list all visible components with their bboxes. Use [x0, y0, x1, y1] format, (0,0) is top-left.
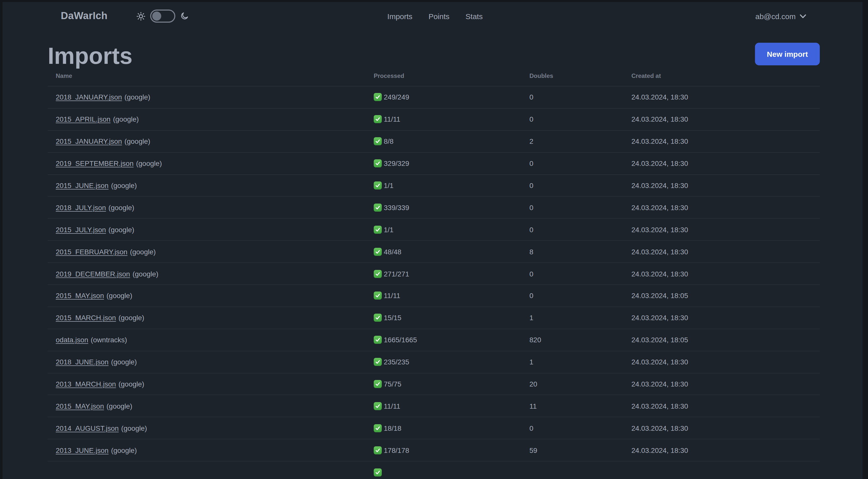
doubles-count: 0: [529, 181, 631, 189]
import-file-link[interactable]: 2018_JANUARY.json: [56, 93, 122, 101]
import-source: (google): [130, 247, 156, 256]
doubles-count: 0: [529, 270, 631, 278]
check-icon: [374, 181, 382, 189]
doubles-count: 0: [529, 424, 631, 432]
created-at: 24.03.2024, 18:30: [631, 137, 812, 145]
table-row: 2018_JUNE.json(google) 235/235 1 24.03.2: [48, 351, 820, 373]
table-row: 2014_AUGUST.json(google) 18/18 0 24.03.2: [48, 417, 820, 439]
table-row: 2013_JUNE.json(google) 178/178 59 24.03.: [48, 439, 820, 461]
nav-link[interactable]: Points: [421, 12, 457, 20]
app-logo[interactable]: DaWarIch: [61, 10, 107, 22]
import-source: (google): [108, 226, 134, 234]
import-source: (google): [119, 314, 145, 322]
processed-count: 75/75: [384, 380, 401, 388]
import-source: (google): [119, 380, 145, 388]
created-at: 24.03.2024, 18:30: [631, 226, 812, 234]
name-cell: 2013_MARCH.json(google): [56, 380, 374, 388]
check-icon: [374, 247, 382, 256]
processed-cell: 8/8: [374, 137, 529, 145]
processed-cell: [374, 468, 529, 476]
table-row: odata.json(owntracks) 1665/1665 820 24.0: [48, 329, 820, 351]
navbar: DaWarIch Imports Points: [2, 2, 863, 30]
doubles-count: 0: [529, 159, 631, 168]
processed-count: 178/178: [384, 446, 409, 454]
import-file-link[interactable]: 2014_AUGUST.json: [56, 424, 119, 432]
created-at: 24.03.2024, 18:30: [631, 93, 812, 101]
processed-count: 1/1: [384, 181, 394, 189]
column-header-created-at: Created at: [631, 72, 812, 80]
table-row: [48, 461, 820, 479]
name-cell: 2013_JUNE.json(google): [56, 446, 374, 454]
app-window: DaWarIch Imports Points: [2, 2, 863, 479]
column-header-name: Name: [56, 72, 374, 80]
import-source: (google): [111, 358, 137, 366]
screen: DaWarIch Imports Points: [0, 0, 868, 479]
theme-toggle[interactable]: [150, 9, 175, 23]
imports-table: 2018_JANUARY.json(google) 249/249 0 24.0: [48, 86, 820, 479]
import-file-link[interactable]: 2015_FEBRUARY.json: [56, 247, 127, 256]
name-cell: 2019_SEPTEMBER.json(google): [56, 159, 374, 168]
import-file-link[interactable]: 2015_MARCH.json: [56, 314, 116, 322]
import-source: (google): [111, 446, 137, 454]
table-row: 2019_SEPTEMBER.json(google) 329/329 0 24: [48, 152, 820, 174]
processed-cell: 11/11: [374, 292, 529, 300]
name-cell: 2015_FEBRUARY.json(google): [56, 247, 374, 256]
processed-cell: 339/339: [374, 204, 529, 212]
table-row: 2015_MAY.json(google) 11/11 11 24.03.202: [48, 395, 820, 417]
created-at: 24.03.2024, 18:30: [631, 358, 812, 366]
nav-link[interactable]: Stats: [458, 12, 491, 20]
import-file-link[interactable]: 2013_MARCH.json: [56, 380, 116, 388]
name-cell: [56, 468, 374, 476]
processed-count: 15/15: [384, 314, 401, 322]
check-icon: [374, 424, 382, 432]
import-file-link[interactable]: 2018_JUNE.json: [56, 358, 108, 366]
import-file-link[interactable]: 2015_JUNE.json: [56, 181, 108, 189]
import-file-link[interactable]: 2019_SEPTEMBER.json: [56, 159, 134, 168]
user-menu[interactable]: ab@cd.com: [755, 2, 806, 30]
created-at: 24.03.2024, 18:30: [631, 314, 812, 322]
processed-count: 8/8: [384, 137, 394, 145]
import-file-link[interactable]: 2019_DECEMBER.json: [56, 270, 130, 278]
table-row: 2018_JULY.json(google) 339/339 0 24.03.2: [48, 196, 820, 218]
check-icon: [374, 358, 382, 366]
table-row: 2019_DECEMBER.json(google) 271/271 0 24.: [48, 262, 820, 285]
doubles-count: 59: [529, 446, 631, 454]
import-file-link[interactable]: 2015_APRIL.json: [56, 115, 111, 123]
user-email: ab@cd.com: [755, 12, 796, 20]
processed-cell: 15/15: [374, 314, 529, 322]
import-file-link[interactable]: 2013_JUNE.json: [56, 446, 108, 454]
import-file-link[interactable]: 2015_MAY.json: [56, 292, 104, 300]
import-file-link[interactable]: odata.json: [56, 336, 88, 344]
processed-count: 249/249: [384, 93, 409, 101]
name-cell: odata.json(owntracks): [56, 336, 374, 344]
processed-cell: 1/1: [374, 181, 529, 189]
check-icon: [374, 137, 382, 145]
import-file-link[interactable]: 2015_JANUARY.json: [56, 137, 122, 145]
main-nav: Imports Points Stats: [379, 2, 491, 30]
import-file-link[interactable]: 2018_JULY.json: [56, 204, 106, 212]
doubles-count: 1: [529, 314, 631, 322]
doubles-count: 0: [529, 204, 631, 212]
name-cell: 2018_JULY.json(google): [56, 204, 374, 212]
created-at: 24.03.2024, 18:30: [631, 424, 812, 432]
doubles-count: 820: [529, 336, 631, 344]
name-cell: 2015_APRIL.json(google): [56, 115, 374, 123]
created-at: 24.03.2024, 18:30: [631, 247, 812, 256]
created-at: 24.03.2024, 18:05: [631, 336, 812, 344]
processed-cell: 249/249: [374, 93, 529, 101]
processed-cell: 1/1: [374, 226, 529, 234]
processed-count: 11/11: [384, 292, 400, 300]
processed-cell: 75/75: [374, 380, 529, 388]
processed-count: 11/11: [384, 402, 400, 410]
theme-switcher: [136, 2, 189, 30]
nav-link[interactable]: Imports: [379, 12, 421, 20]
processed-cell: 11/11: [374, 402, 529, 410]
new-import-button[interactable]: New import: [755, 43, 820, 65]
created-at: 24.03.2024, 18:30: [631, 115, 812, 123]
processed-count: 339/339: [384, 204, 409, 212]
import-file-link[interactable]: 2015_MAY.json: [56, 402, 104, 410]
doubles-count: 1: [529, 358, 631, 366]
name-cell: 2015_JANUARY.json(google): [56, 137, 374, 145]
name-cell: 2015_MARCH.json(google): [56, 314, 374, 322]
import-file-link[interactable]: 2015_JULY.json: [56, 226, 106, 234]
